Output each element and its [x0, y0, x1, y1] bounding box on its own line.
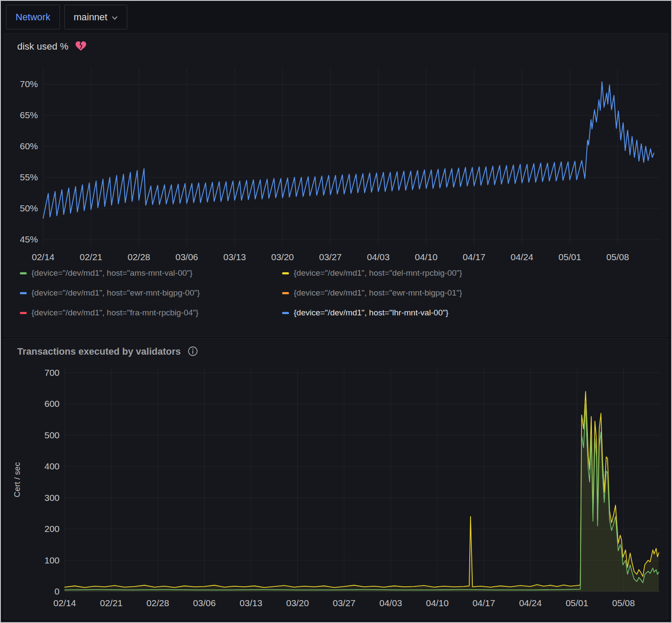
x-axis-tick-label: 03/13	[223, 252, 246, 262]
legend-item-label: {device="/dev/md1", host="ewr-mnt-bigpg-…	[294, 289, 462, 298]
legend-item-label: {device="/dev/md1", host="del-mnt-rpcbig…	[294, 269, 462, 278]
x-axis-tick-label: 03/06	[176, 252, 198, 262]
y-axis-tick-label: 55%	[20, 172, 38, 182]
legend-item-label: {device="/dev/md1", host="ewr-mnt-bigpg-…	[31, 289, 200, 298]
y-axis-tick-label: 400	[44, 461, 60, 471]
x-axis-tick-label: 05/01	[559, 252, 581, 262]
x-axis-tick-label: 03/06	[193, 598, 216, 608]
x-axis-tick-label: 04/03	[367, 252, 390, 262]
x-axis-tick-label: 03/13	[240, 598, 263, 608]
x-axis-tick-label: 03/20	[286, 598, 309, 608]
x-axis-tick-label: 04/03	[380, 598, 402, 608]
y-axis-tick-label: 65%	[20, 110, 38, 120]
info-icon[interactable]	[188, 346, 198, 358]
y-axis-tick-label: 200	[44, 524, 60, 534]
transactions-panel: Transactions executed by validators 0100…	[4, 338, 668, 619]
y-axis-tick-label: 60%	[20, 141, 38, 151]
y-axis-tick-label: 600	[44, 399, 60, 409]
legend-swatch	[20, 292, 27, 294]
network-value: mainnet	[74, 12, 107, 23]
transactions-panel-header: Transactions executed by validators	[4, 339, 668, 358]
chevron-down-icon	[112, 12, 118, 23]
y-axis-tick-label: 50%	[20, 203, 38, 213]
y-axis-tick-label: 500	[44, 430, 60, 440]
x-axis-tick-label: 02/28	[128, 252, 151, 262]
x-axis-tick-label: 04/24	[519, 598, 542, 608]
x-axis-tick-label: 04/24	[511, 252, 534, 262]
legend-item[interactable]: {device="/dev/md1", host="ewr-mnt-bigpg-…	[282, 289, 668, 298]
disk-used-panel-header: disk used %	[4, 34, 668, 53]
disk-used-panel: disk used % 45%50%55%60%65%70%02/1402/21…	[4, 33, 668, 337]
x-axis-tick-label: 02/14	[32, 252, 55, 262]
network-label: Network	[16, 12, 50, 23]
y-axis-tick-label: 0	[54, 586, 60, 596]
panel-title[interactable]: disk used %	[17, 41, 69, 52]
legend-swatch	[282, 272, 289, 274]
legend-item-label: {device="/dev/md1", host="fra-mnt-rpcbig…	[31, 308, 198, 318]
y-axis-tick-label: 700	[44, 368, 60, 378]
x-axis-tick-label: 03/20	[271, 252, 294, 262]
x-axis-tick-label: 02/21	[100, 598, 123, 608]
x-axis-tick-label: 04/10	[426, 598, 449, 608]
legend-item[interactable]: {device="/dev/md1", host="ams-mnt-val-00…	[20, 269, 282, 278]
y-axis-tick-label: 45%	[20, 234, 38, 244]
y-axis-tick-label: 300	[44, 493, 60, 503]
x-axis-tick-label: 02/21	[80, 252, 103, 262]
legend-item[interactable]: {device="/dev/md1", host="lhr-mnt-val-00…	[282, 308, 668, 318]
legend-swatch	[20, 312, 27, 314]
panel-title[interactable]: Transactions executed by validators	[17, 346, 181, 357]
y-axis-title: Cert / sec	[13, 462, 22, 497]
dashboard-controls-bar: Network mainnet	[1, 1, 671, 33]
x-axis-tick-label: 04/17	[463, 252, 486, 262]
disk-used-chart[interactable]: 45%50%55%60%65%70%02/1402/2102/2803/0603…	[4, 53, 668, 266]
x-axis-tick-label: 02/14	[53, 598, 76, 608]
legend-item-label: {device="/dev/md1", host="lhr-mnt-val-00…	[294, 308, 449, 318]
legend-item[interactable]: {device="/dev/md1", host="del-mnt-rpcbig…	[282, 269, 668, 278]
legend-item[interactable]: {device="/dev/md1", host="fra-mnt-rpcbig…	[20, 308, 282, 318]
x-axis-tick-label: 03/27	[319, 252, 342, 262]
legend-item[interactable]: {device="/dev/md1", host="ewr-mnt-bigpg-…	[20, 289, 282, 298]
x-axis-tick-label: 04/10	[415, 252, 438, 262]
disk-used-legend: {device="/dev/md1", host="ams-mnt-val-00…	[4, 266, 668, 318]
transactions-chart[interactable]: 010020030040050060070002/1402/2102/2803/…	[4, 358, 668, 615]
legend-swatch	[20, 272, 27, 274]
x-axis-tick-label: 03/27	[333, 598, 356, 608]
y-axis-tick-label: 70%	[20, 79, 38, 89]
x-axis-tick-label: 04/17	[472, 598, 495, 608]
x-axis-tick-label: 05/01	[565, 598, 588, 608]
x-axis-tick-label: 05/08	[606, 252, 629, 262]
x-axis-tick-label: 02/28	[147, 598, 170, 608]
y-axis-tick-label: 100	[44, 555, 60, 565]
legend-swatch	[282, 312, 289, 314]
network-variable-dropdown[interactable]: mainnet	[64, 5, 127, 29]
network-variable-label: Network	[6, 5, 60, 29]
x-axis-tick-label: 05/08	[612, 598, 635, 608]
legend-item-label: {device="/dev/md1", host="ams-mnt-val-00…	[31, 269, 192, 278]
legend-swatch	[282, 292, 289, 294]
broken-heart-icon	[75, 41, 86, 53]
